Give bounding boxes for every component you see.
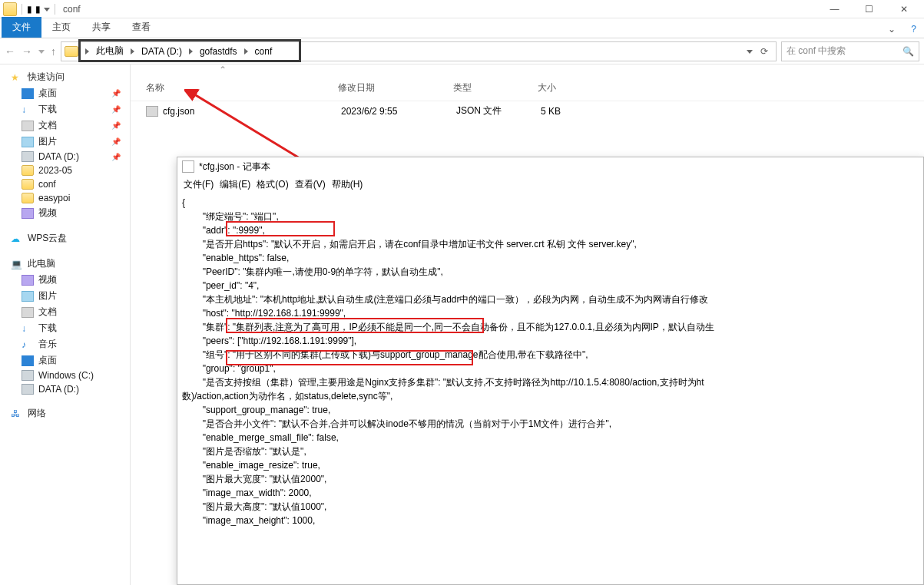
vid-icon (22, 208, 34, 219)
notepad-window: *cfg.json - 记事本 文件(F) 编辑(E) 格式(O) 查看(V) … (177, 157, 924, 585)
dropdown-icon[interactable] (747, 46, 753, 57)
sidebar-item[interactable]: Windows (C:) (22, 369, 130, 382)
column-headers: 名称 修改日期 类型 大小 (131, 75, 924, 101)
forward-button[interactable]: → (22, 45, 32, 58)
sidebar-item[interactable]: 文档 (22, 304, 130, 320)
file-date: 2023/6/2 9:55 (341, 106, 456, 117)
pin-icon: 📌 (111, 137, 130, 146)
file-type: JSON 文件 (456, 104, 541, 117)
minimize-button[interactable]: — (817, 0, 852, 18)
fold-icon (22, 165, 34, 176)
search-placeholder: 在 conf 中搜索 (787, 45, 846, 58)
address-row: ← → ↑ 此电脑 DATA (D:) gofastdfs conf ⟳ 在 c… (0, 38, 924, 64)
pin-icon: 📌 (111, 153, 130, 161)
qat-dropdown[interactable] (44, 4, 50, 15)
back-button[interactable]: ← (5, 45, 15, 58)
column-size[interactable]: 大小 (538, 81, 614, 94)
folder-icon (3, 2, 17, 16)
sidebar-item[interactable]: 图片📌 (22, 134, 130, 150)
doc-icon (22, 307, 34, 318)
menu-help[interactable]: 帮助(H) (330, 178, 365, 191)
sidebar-item[interactable]: 下载 (22, 320, 130, 336)
address-bar[interactable]: 此电脑 DATA (D:) gofastdfs conf ⟳ (61, 41, 777, 61)
file-name: cfg.json (163, 106, 341, 117)
search-input[interactable]: 在 conf 中搜索 🔍 (781, 41, 919, 61)
qat-item[interactable]: ▮ (35, 4, 41, 15)
network-icon (11, 408, 23, 419)
file-size: 5 KB (541, 106, 618, 117)
window-title: conf (63, 4, 81, 15)
maximize-button[interactable]: ☐ (852, 0, 886, 18)
sidebar-item[interactable]: 音乐 (22, 336, 130, 352)
sidebar-item[interactable]: 视频 (22, 205, 130, 221)
file-row[interactable]: cfg.json 2023/6/2 9:55 JSON 文件 5 KB (131, 101, 924, 121)
drive-icon (22, 370, 34, 381)
pc-icon (11, 259, 23, 269)
pic-icon (22, 137, 34, 147)
sidebar-item[interactable]: 桌面 (22, 352, 130, 369)
window-titlebar: ▮ ▮ conf — ☐ ✕ (0, 0, 924, 18)
qat-item[interactable]: ▮ (27, 4, 32, 15)
pin-icon: 📌 (111, 105, 130, 114)
sidebar-network[interactable]: 网络 (11, 405, 130, 421)
doc-icon (22, 121, 34, 131)
sidebar-item[interactable]: 桌面📌 (22, 85, 130, 101)
sidebar-wps[interactable]: WPS云盘 (11, 230, 130, 246)
menu-format[interactable]: 格式(O) (255, 178, 290, 191)
tab-file[interactable]: 文件 (2, 17, 41, 38)
sidebar-item[interactable]: 图片 (22, 288, 130, 304)
sidebar-quick-access[interactable]: 快速访问 (11, 69, 130, 85)
sidebar-item[interactable]: 2023-05 (22, 164, 130, 177)
vid-icon (22, 275, 34, 286)
tab-view[interactable]: 查看 (121, 17, 161, 38)
sidebar-item[interactable]: DATA (D:)📌 (22, 150, 130, 164)
sidebar-this-pc[interactable]: 此电脑 (11, 256, 130, 272)
cloud-icon (11, 233, 23, 244)
breadcrumb[interactable]: conf (252, 45, 276, 58)
ribbon-help[interactable]: ? (903, 21, 924, 38)
sidebar-item[interactable]: conf (22, 177, 130, 191)
down-icon (22, 323, 34, 334)
drive-icon (22, 151, 34, 162)
recent-dropdown[interactable] (38, 45, 45, 58)
menu-view[interactable]: 查看(V) (293, 178, 327, 191)
close-button[interactable]: ✕ (886, 0, 921, 18)
search-icon: 🔍 (902, 46, 914, 57)
up-button[interactable]: ↑ (51, 45, 56, 58)
breadcrumb[interactable]: gofastdfs (197, 45, 240, 58)
pic-icon (22, 291, 34, 302)
ribbon-expand[interactable]: ⌄ (880, 21, 903, 38)
refresh-button[interactable]: ⟳ (760, 46, 768, 57)
sidebar-item[interactable]: 文档📌 (22, 117, 130, 134)
file-icon (146, 106, 158, 117)
sidebar-item[interactable]: easypoi (22, 191, 130, 205)
notepad-title: *cfg.json - 记事本 (199, 160, 270, 174)
mus-icon (22, 339, 34, 350)
star-icon (11, 72, 23, 83)
menu-edit[interactable]: 编辑(E) (218, 178, 252, 191)
notepad-content[interactable]: { "绑定端号": "端口", "addr": ":9999", "是否开启ht… (177, 193, 923, 530)
sidebar-item[interactable]: DATA (D:) (22, 382, 130, 396)
breadcrumb[interactable]: 此电脑 (93, 43, 127, 59)
notepad-menubar: 文件(F) 编辑(E) 格式(O) 查看(V) 帮助(H) (177, 176, 923, 193)
notepad-titlebar[interactable]: *cfg.json - 记事本 (177, 157, 923, 176)
column-name[interactable]: 名称 (146, 81, 338, 94)
tab-home[interactable]: 主页 (41, 17, 81, 38)
folder-icon (65, 46, 78, 57)
column-type[interactable]: 类型 (453, 81, 538, 94)
menu-file[interactable]: 文件(F) (182, 178, 215, 191)
desk-icon (22, 88, 34, 99)
navigation-sidebar: 快速访问 桌面📌下载📌文档📌图片📌DATA (D:)📌2023-05confea… (0, 64, 131, 585)
breadcrumb[interactable]: DATA (D:) (138, 45, 185, 58)
sidebar-item[interactable]: 视频 (22, 272, 130, 288)
notepad-icon (182, 160, 194, 173)
tab-share[interactable]: 共享 (81, 17, 121, 38)
down-icon (22, 104, 34, 115)
fold-icon (22, 193, 34, 203)
ribbon: 文件 主页 共享 查看 ⌄ ? (0, 18, 924, 38)
column-date[interactable]: 修改日期 (338, 81, 453, 94)
pin-icon: 📌 (111, 89, 130, 98)
desk-icon (22, 355, 34, 366)
pin-icon: 📌 (111, 121, 130, 130)
sidebar-item[interactable]: 下载📌 (22, 101, 130, 117)
